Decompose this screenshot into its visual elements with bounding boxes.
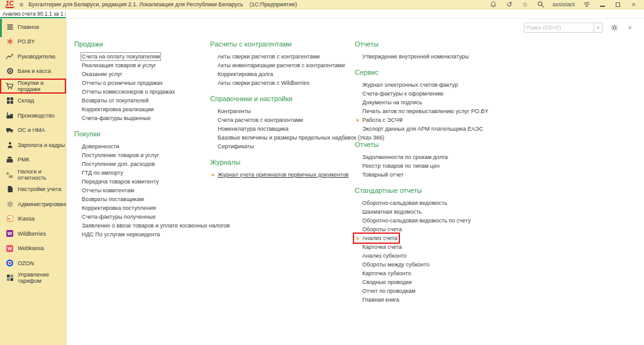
menu-item[interactable]: Счета-фактуры полученные <box>74 212 208 221</box>
menu-item-label: Счета-фактуры к оформлению <box>362 90 443 97</box>
menu-item[interactable]: Карточка субконто <box>355 269 534 278</box>
menu-item[interactable]: Счета-фактуры выданные <box>74 114 208 123</box>
menu-item[interactable]: НДС По услугам нерезидента <box>74 230 208 239</box>
menu-item[interactable]: Поступление доп. расходов <box>74 160 208 168</box>
sidebar-item-wildberries[interactable]: WWildberries <box>0 226 66 241</box>
menu-item[interactable]: Реестр товаров по типам цен <box>355 162 534 170</box>
search-clear-icon[interactable]: × <box>594 23 602 33</box>
menu-item[interactable]: Доверенности <box>74 142 208 151</box>
sidebar-item-ikassa[interactable]: KiKassa <box>0 212 66 227</box>
menu-item[interactable]: Сертификаты <box>210 142 353 151</box>
section-header: Журналы <box>210 157 353 167</box>
global-search-icon[interactable] <box>536 1 545 9</box>
sidebar-item-webkassa[interactable]: WWebkassa <box>0 241 66 256</box>
menu-item[interactable]: Возвраты поставщикам <box>74 195 208 204</box>
factory-icon <box>6 111 14 119</box>
sidebar-item-ozon[interactable]: OZON <box>0 256 66 271</box>
menu-item[interactable]: ГТД по импорту <box>74 168 208 177</box>
menu-section: Журналы★Журнал учета оригиналов первичны… <box>210 157 353 179</box>
menu-item[interactable]: Акты инвентаризации расчетов с контраген… <box>210 61 353 70</box>
sidebar-item-asterisk[interactable]: PO.BY <box>0 35 66 50</box>
tab-analiz-scheta[interactable]: Анализ счета 90.1.1 за 1 квар <box>0 9 66 18</box>
sidebar-item-chart[interactable]: Руководителю <box>0 49 66 64</box>
menu-item[interactable]: Обороты между субконто <box>355 260 534 269</box>
menu-item-label: Акты сверки расчетов с контрагентами <box>218 53 319 60</box>
menu-item[interactable]: Документы на подпись <box>355 98 534 107</box>
close-icon[interactable]: × <box>630 1 638 9</box>
sidebar-item-person[interactable]: Зарплата и кадры <box>0 138 66 153</box>
menu-section: ОтчетыЗадолженности по срокам долгаРеест… <box>355 140 534 179</box>
menu-item[interactable]: Экспорт данных для АРМ плательщика ЕАЭС <box>355 124 534 133</box>
menu-item[interactable]: Корректировка реализации <box>74 105 208 114</box>
menu-item[interactable]: Оказание услуг <box>74 70 208 79</box>
restore-icon[interactable] <box>614 1 622 9</box>
menu-settings-gear-icon[interactable] <box>610 24 618 32</box>
menu-item[interactable]: Корректировка поступления <box>74 204 208 212</box>
menu-item[interactable]: Базовые величины и размеры предельных на… <box>210 133 353 142</box>
section-menu-panel: × × ПродажиСчета на оплату покупателямРе… <box>66 19 644 345</box>
menu-item[interactable]: ★Анализ счета <box>355 234 534 243</box>
menu-item[interactable]: Акты сверки расчетов с контрагентами <box>210 52 353 61</box>
sidebar-item-cart[interactable]: Покупки и продажи <box>0 79 66 94</box>
menu-item[interactable]: Реализация товаров и услуг <box>74 61 208 70</box>
menu-item[interactable]: Возвраты от покупателей <box>74 96 208 105</box>
service-menu-icon[interactable] <box>582 1 591 9</box>
menu-item[interactable]: Печать актов по перевыставлению услуг PO… <box>355 107 534 116</box>
menu-item[interactable]: Оборотно-сальдовая ведомость <box>355 199 534 207</box>
menu-item[interactable]: Задолженности по срокам долга <box>355 153 534 162</box>
main-menu-icon[interactable]: ≡ <box>19 1 23 8</box>
sidebar-item-factory[interactable]: Производство <box>0 108 66 123</box>
menu-item[interactable]: Главная книга <box>355 295 534 304</box>
menu-item[interactable]: Корректировка долга <box>210 70 353 79</box>
menu-item[interactable]: Отчеты комиссионеров о продажах <box>74 87 208 96</box>
sidebar-item-tax[interactable]: а₋квНалоги и отчетность <box>0 167 66 182</box>
assistant-label[interactable]: assistant <box>552 1 575 8</box>
history-icon[interactable]: ↺ <box>505 1 513 9</box>
menu-item[interactable]: Поступление товаров и услуг <box>74 151 208 160</box>
favorites-star-icon[interactable]: ☆ <box>521 1 529 9</box>
menu-item[interactable]: Отчеты комитентам <box>74 186 208 195</box>
sidebar-item-grid[interactable]: Склад <box>0 94 66 109</box>
menu-item[interactable]: Анализ субконто <box>355 251 534 260</box>
menu-item[interactable]: Шахматная ведомость <box>355 207 534 216</box>
sidebar-item-register[interactable]: РМК <box>0 153 66 168</box>
menu-item[interactable]: Контрагенты <box>210 107 353 116</box>
menu-item-label: Счета на оплату покупателям <box>82 53 160 60</box>
menu-item[interactable]: Утверждение внутренней номенклатуры <box>355 52 534 61</box>
menu-column-2: Расчеты с контрагентамиАкты сверки расче… <box>210 39 353 185</box>
section-header: Расчеты с контрагентами <box>210 39 353 49</box>
sidebar-item-tariff[interactable]: Управление тарифом <box>0 271 66 286</box>
menu-item[interactable]: ★Журнал учета оригиналов первичных докум… <box>210 170 353 179</box>
menu-item[interactable]: Обороты счета <box>355 225 534 234</box>
sidebar-item-label: Зарплата и кадры <box>18 142 65 148</box>
menu-item[interactable]: Сводные проводки <box>355 278 534 287</box>
menu-item[interactable]: ★Работа с ЭСЧФ <box>355 116 534 124</box>
menu-item[interactable]: Номенклатура поставщика <box>210 124 353 133</box>
menu-close-icon[interactable]: × <box>626 24 634 32</box>
menu-item[interactable]: Счета-фактуры к оформлению <box>355 89 534 98</box>
menu-item[interactable]: Отчет по проводкам <box>355 287 534 295</box>
menu-item[interactable]: Счета расчетов с контрагентами <box>210 116 353 124</box>
menu-item-label: Корректировка долга <box>218 71 273 77</box>
menu-item-label: Сертификаты <box>218 143 253 150</box>
sidebar-item-coin[interactable]: Банк и касса <box>0 64 66 79</box>
menu-item[interactable]: Оборотно-сальдовая ведомость по счету <box>355 216 534 225</box>
sidebar-item-book[interactable]: Настройки учета <box>0 182 66 197</box>
menu-item[interactable]: Карточка счета <box>355 243 534 251</box>
sidebar-item-truck[interactable]: ОС и НМА <box>0 123 66 138</box>
sidebar-item-gear[interactable]: Администрирование <box>0 197 66 212</box>
search-input[interactable] <box>524 23 594 33</box>
menu-item[interactable]: Счета на оплату покупателям <box>74 52 208 61</box>
menu-item[interactable]: Акты сверки расчетов с Wildberries <box>210 79 353 87</box>
menu-item[interactable]: Заявление о ввозе товаров и уплате косве… <box>74 221 208 230</box>
menu-item[interactable]: Передача товаров комитенту <box>74 177 208 186</box>
sidebar-item-label: Администрирование <box>18 201 72 207</box>
sidebar-item-label: Склад <box>18 97 34 104</box>
menu-item[interactable]: Отчеты о розничных продажах <box>74 79 208 87</box>
menu-item[interactable]: Журнал электронных счетов-фактур <box>355 80 534 89</box>
notifications-bell-icon[interactable] <box>489 1 497 9</box>
sidebar-item-label: Руководителю <box>18 53 55 60</box>
menu-item[interactable]: Товарный отчет <box>355 170 534 179</box>
sidebar-item-menu[interactable]: Главное <box>0 19 66 35</box>
minimize-icon[interactable] <box>598 1 606 9</box>
